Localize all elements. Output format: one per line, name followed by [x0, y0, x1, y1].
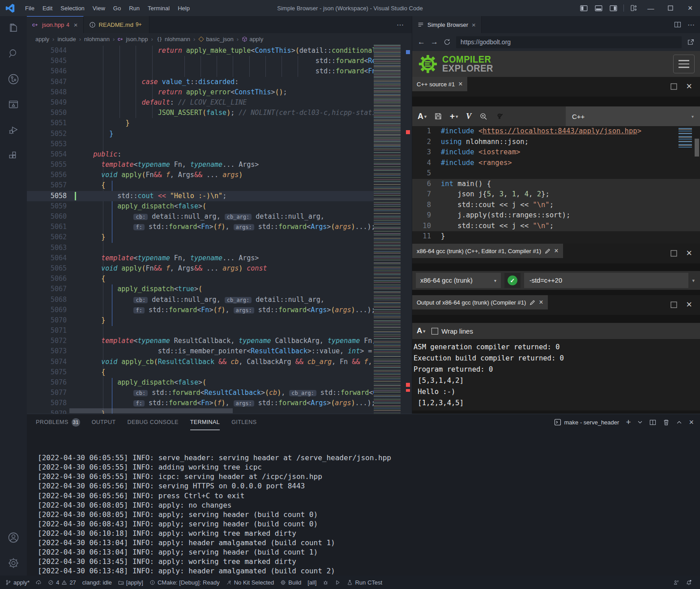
code-line[interactable]: 5062 } [27, 232, 374, 242]
code-line[interactable]: 5050 JSON_ASSERT(false); // NOLINT(cert-… [27, 108, 374, 118]
compiler-pane-tab[interactable]: x86-64 gcc (trunk) (C++, Editor #1, Comp… [412, 244, 563, 258]
settings-gear-icon[interactable] [7, 557, 20, 569]
godbolt-code-line[interactable]: 11} [412, 231, 700, 242]
code-line[interactable]: 5063 [27, 243, 374, 253]
explorer-icon[interactable] [7, 22, 20, 34]
code-line[interactable]: 5075 { [27, 367, 374, 377]
close-panel-icon[interactable]: × [689, 418, 694, 427]
breadcrumb-item-apply[interactable]: apply [35, 36, 49, 42]
breadcrumb-item-apply[interactable]: apply [242, 36, 263, 42]
tab-json-hpp[interactable]: C+ json.hpp 4 × [27, 16, 84, 33]
toggle-secondary-sidebar-icon[interactable] [610, 4, 617, 12]
code-line[interactable]: 5056 void apply(Fn&& f, Args&& ... args) [27, 170, 374, 180]
git-branch-status[interactable]: apply* [5, 579, 30, 586]
project-status[interactable]: [apply] [118, 579, 143, 586]
menu-run[interactable]: Run [125, 5, 144, 12]
minimap[interactable] [374, 45, 401, 414]
close-pane-icon[interactable]: × [686, 299, 692, 310]
launch-button[interactable] [335, 580, 341, 585]
toggle-sidebar-icon[interactable] [580, 4, 588, 12]
maximize-pane-icon[interactable] [670, 250, 677, 257]
code-line[interactable]: 5054 public: [27, 149, 374, 160]
godbolt-code-line[interactable]: 2using nlohmann::json; [412, 137, 700, 148]
more-actions-icon[interactable]: ⋯ [397, 16, 405, 33]
panel-tab-terminal[interactable]: TERMINAL [190, 414, 220, 430]
breadcrumb-item-json.hpp[interactable]: C+json.hpp [118, 36, 148, 42]
code-line[interactable]: 5045 std::forward<ResultCallb [27, 56, 374, 66]
code-line[interactable]: 5051 } [27, 118, 374, 128]
wrap-lines-checkbox[interactable]: Wrap lines [431, 327, 473, 335]
breadcrumb-item-nlohmann[interactable]: {}nlohmann [156, 36, 190, 42]
menu-edit[interactable]: Edit [38, 5, 56, 12]
kit-status[interactable]: No Kit Selected [226, 579, 274, 586]
test-explorer-icon[interactable] [7, 98, 20, 111]
source-pane-tab[interactable]: C++ source #1 × [412, 77, 467, 91]
debug-button[interactable] [323, 580, 329, 585]
more-actions-icon[interactable]: ⋯ [687, 21, 696, 29]
code-line[interactable]: 5058 std::cout << "Hello :-)\n"; [27, 191, 374, 201]
close-icon[interactable]: × [554, 247, 558, 255]
godbolt-code-line[interactable]: 8 std::cout << j << "\n"; [412, 200, 700, 211]
code-line[interactable]: 5076 apply_dispatch<false>( [27, 377, 374, 388]
godbolt-code-line[interactable]: 6int main() { [412, 179, 700, 190]
godbolt-scrollbar[interactable] [695, 139, 699, 157]
font-size-icon[interactable]: A▾ [418, 112, 427, 121]
code-line[interactable]: 5077 cb: std::forward<ResultCallback>(cb… [27, 388, 374, 398]
breadcrumb-item-include[interactable]: include [57, 36, 76, 42]
code-line[interactable]: 5074 void apply_cb(ResultCallback && cb,… [27, 357, 374, 367]
cmake-status[interactable]: CMake: [Debug]: Ready [149, 579, 220, 586]
godbolt-code-line[interactable]: 7 json j{5, 3, 1, 4, 2}; [412, 189, 700, 200]
output-pane-tab[interactable]: Output of x86-64 gcc (trunk) (Compiler #… [412, 295, 548, 309]
run-debug-icon[interactable] [7, 124, 20, 136]
close-tab-icon[interactable]: × [472, 21, 476, 29]
godbolt-code-line[interactable]: 4#include <ranges> [412, 158, 700, 169]
code-line[interactable]: 5059 apply_dispatch<false>( [27, 201, 374, 212]
problems-status[interactable]: 427 [48, 579, 76, 586]
url-input[interactable]: https://godbolt.org [456, 36, 682, 48]
split-terminal-icon[interactable] [649, 419, 656, 426]
customize-layout-icon[interactable] [630, 4, 637, 12]
open-external-icon[interactable] [687, 38, 695, 46]
godbolt-code-line[interactable]: 10 std::cout << j << "\n"; [412, 221, 700, 232]
compiler-select[interactable]: x86-64 gcc (trunk)▾ [416, 273, 501, 288]
breadcrumb-item-nlohmann[interactable]: nlohmann [84, 36, 110, 42]
menu-go[interactable]: Go [109, 5, 125, 12]
reload-icon[interactable] [444, 38, 451, 46]
code-line[interactable]: 5057 { [27, 180, 374, 191]
godbolt-code-line[interactable]: 1#include <https://localhost:8443/apply/… [412, 126, 700, 137]
horizontal-scrollbar[interactable] [69, 408, 233, 413]
godbolt-code-line[interactable]: 3#include <iostream> [412, 147, 700, 158]
extensions-icon[interactable] [7, 149, 20, 162]
menu-help[interactable]: Help [174, 5, 194, 12]
terminal-output[interactable]: [2022-04-30 06:05:55] INFO: serve_header… [27, 430, 700, 589]
chevron-down-icon[interactable] [637, 420, 643, 425]
godbolt-source-editor[interactable]: 1#include <https://localhost:8443/apply/… [412, 126, 700, 244]
panel-tab-problems[interactable]: PROBLEMS31 [36, 414, 80, 430]
breadcrumb-item-basic_json[interactable]: basic_json [198, 36, 233, 42]
menu-view[interactable]: View [89, 5, 109, 12]
code-line[interactable]: 5048 return apply_error<ConstThis>(); [27, 87, 374, 97]
code-line[interactable]: 5071 [27, 326, 374, 336]
compiler-options-input[interactable]: -std=c++20 [524, 273, 688, 288]
tab-readme-md[interactable]: README.md 9+ [84, 16, 149, 33]
ce-bird-icon[interactable] [495, 112, 504, 120]
code-line[interactable]: 5065 void apply(Fn&& f, Args&& ... args)… [27, 263, 374, 274]
code-line[interactable]: 5060 cb: detail::null_arg, cb_arg: detai… [27, 212, 374, 222]
code-line[interactable]: 5067 apply_dispatch<true>( [27, 284, 374, 294]
close-button[interactable]: × [680, 0, 700, 16]
sync-status[interactable] [36, 580, 42, 585]
split-editor-icon[interactable] [674, 21, 681, 28]
kill-terminal-icon[interactable] [663, 419, 670, 426]
code-editor[interactable]: 5044 return apply_make_tuple<ConstThis>(… [27, 45, 412, 414]
code-line[interactable]: 5044 return apply_make_tuple<ConstThis>(… [27, 46, 374, 56]
language-select[interactable]: C++▾ [566, 106, 700, 126]
menu-terminal[interactable]: Terminal [144, 5, 174, 12]
panel-tab-gitlens[interactable]: GITLENS [231, 414, 256, 430]
maximize-pane-icon[interactable] [670, 301, 677, 308]
vim-mode-icon[interactable]: V [466, 112, 471, 121]
code-line[interactable]: 5047 case value_t::discarded: [27, 77, 374, 87]
account-icon[interactable] [7, 531, 20, 544]
close-pane-icon[interactable]: × [686, 247, 692, 259]
search-icon[interactable] [7, 47, 20, 60]
rename-pencil-icon[interactable] [529, 300, 535, 305]
